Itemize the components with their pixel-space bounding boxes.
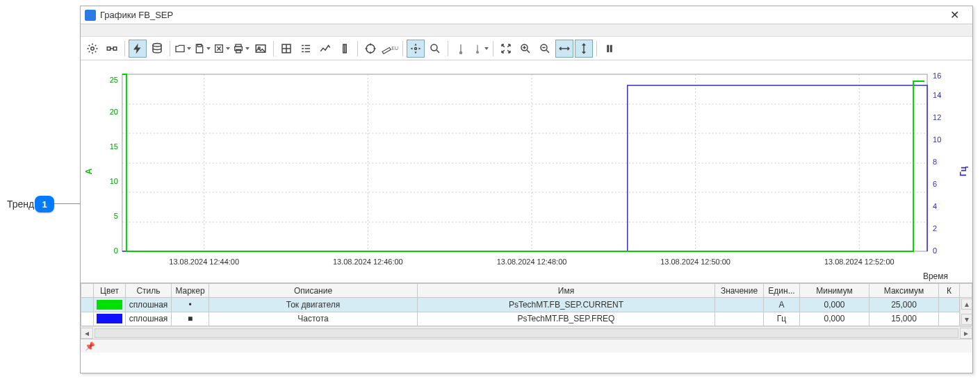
- col-value[interactable]: Значение: [715, 284, 764, 298]
- save-button[interactable]: [193, 40, 211, 58]
- toolbar: EU: [81, 37, 972, 60]
- ruler-button[interactable]: EU: [381, 40, 399, 58]
- cell-max[interactable]: 15,000: [869, 312, 939, 326]
- svg-text:12: 12: [933, 113, 941, 121]
- svg-text:16: 16: [933, 71, 941, 80]
- svg-text:2: 2: [933, 224, 937, 233]
- toolbar-separator: [493, 41, 493, 56]
- legend-button[interactable]: [297, 40, 315, 58]
- svg-text:8: 8: [933, 158, 937, 166]
- pin-icon[interactable]: 📌: [85, 342, 95, 351]
- crosshair-button[interactable]: [361, 40, 379, 58]
- col-max[interactable]: Максимум: [869, 284, 939, 298]
- open-button[interactable]: [174, 40, 192, 58]
- pause-button[interactable]: [601, 40, 619, 58]
- cell-name[interactable]: PsTechMT.FB_SEP.CURRENT: [418, 298, 715, 312]
- zoom-x-button[interactable]: [555, 40, 573, 58]
- connection-button[interactable]: [103, 40, 121, 58]
- table-row[interactable]: сплошная • Ток двигателя PsTechMT.FB_SEP…: [81, 298, 972, 312]
- svg-rect-2: [113, 47, 117, 50]
- svg-text:5: 5: [114, 212, 118, 220]
- svg-rect-22: [610, 44, 612, 52]
- vscroll-spacer: [960, 284, 972, 298]
- series-current: [122, 74, 924, 251]
- pen-table: Цвет Стиль Маркер Описание Имя Значение …: [81, 283, 972, 339]
- svg-rect-21: [607, 44, 609, 52]
- settings-button[interactable]: [83, 40, 101, 58]
- cell-marker[interactable]: •: [172, 298, 209, 312]
- svg-point-0: [91, 47, 95, 50]
- cell-desc[interactable]: Частота: [209, 312, 418, 326]
- cell-style[interactable]: сплошная: [126, 312, 172, 326]
- cell-style[interactable]: сплошная: [126, 298, 172, 312]
- export-excel-button[interactable]: [213, 40, 231, 58]
- zoom-in-button[interactable]: [516, 40, 534, 58]
- fit-all-button[interactable]: [497, 40, 515, 58]
- trend-window: Графики FB_SEP ✕ EU: [80, 6, 973, 373]
- cell-color[interactable]: [94, 298, 126, 312]
- cell-desc[interactable]: Ток двигателя: [209, 298, 418, 312]
- cell-color[interactable]: [94, 312, 126, 326]
- col-color[interactable]: Цвет: [94, 284, 126, 298]
- svg-point-16: [431, 44, 437, 51]
- chart-svg: 0 5 10 15 20 25 0 2 4 6 8 10 12 14 16: [81, 60, 972, 283]
- print-button[interactable]: [232, 40, 250, 58]
- row-handle[interactable]: [81, 298, 94, 312]
- scroll-left-button[interactable]: ◂: [81, 328, 93, 339]
- scroll-right-button[interactable]: ▸: [960, 328, 972, 339]
- cell-k[interactable]: [939, 298, 960, 312]
- table-row[interactable]: сплошная ■ Частота PsTechMT.FB_SEP.FREQ …: [81, 312, 972, 326]
- row-handle[interactable]: [81, 312, 94, 326]
- grid-button[interactable]: [277, 40, 295, 58]
- screenshot-button[interactable]: [252, 40, 270, 58]
- cell-name[interactable]: PsTechMT.FB_SEP.FREQ: [418, 312, 715, 326]
- scroll-track[interactable]: [95, 328, 958, 338]
- toolbar-separator: [402, 41, 403, 56]
- cursor-info-button[interactable]: [336, 40, 354, 58]
- col-name[interactable]: Имя: [418, 284, 715, 298]
- database-button[interactable]: [148, 40, 166, 58]
- cell-unit[interactable]: Гц: [764, 312, 800, 326]
- zoom-out-button[interactable]: [536, 40, 554, 58]
- svg-point-15: [415, 47, 417, 49]
- toolbar-separator: [124, 41, 125, 56]
- row-handle-header: [81, 284, 94, 298]
- marker-right-button[interactable]: [471, 40, 489, 58]
- col-k[interactable]: К: [939, 284, 960, 298]
- zoom-y-button[interactable]: [575, 40, 593, 58]
- cell-value[interactable]: [715, 298, 764, 312]
- cell-value[interactable]: [715, 312, 764, 326]
- col-min[interactable]: Минимум: [800, 284, 869, 298]
- col-desc[interactable]: Описание: [209, 284, 418, 298]
- col-style[interactable]: Стиль: [126, 284, 172, 298]
- svg-point-13: [366, 44, 375, 53]
- col-unit[interactable]: Един...: [764, 284, 800, 298]
- x-axis-label: Время: [923, 271, 948, 281]
- col-marker[interactable]: Маркер: [172, 284, 209, 298]
- cell-min[interactable]: 0,000: [800, 312, 869, 326]
- svg-text:20: 20: [110, 108, 118, 116]
- cell-unit[interactable]: А: [764, 298, 800, 312]
- scroll-up-button[interactable]: ▴: [961, 298, 972, 310]
- cell-k[interactable]: [939, 312, 960, 326]
- zoom-area-button[interactable]: [426, 40, 444, 58]
- svg-text:6: 6: [933, 180, 937, 188]
- live-button[interactable]: [129, 40, 147, 58]
- x-tick: 13.08.2024 12:44:00: [169, 258, 239, 266]
- scroll-down-button[interactable]: ▾: [961, 314, 972, 325]
- toolbar-separator: [448, 41, 448, 56]
- y-axis-right-label: Гц: [958, 167, 968, 176]
- marker-left-button[interactable]: [452, 40, 470, 58]
- svg-text:25: 25: [110, 76, 118, 84]
- cell-min[interactable]: 0,000: [800, 298, 869, 312]
- chart-area[interactable]: 0 5 10 15 20 25 0 2 4 6 8 10 12 14 16: [81, 60, 972, 283]
- x-tick: 13.08.2024 12:46:00: [333, 258, 403, 266]
- cell-marker[interactable]: ■: [172, 312, 209, 326]
- pan-button[interactable]: [407, 40, 425, 58]
- close-button[interactable]: ✕: [940, 8, 968, 22]
- svg-text:14: 14: [933, 91, 941, 99]
- cell-max[interactable]: 25,000: [869, 298, 939, 312]
- horizontal-scrollbar[interactable]: ◂ ▸: [81, 326, 972, 339]
- trend-type-button[interactable]: [316, 40, 334, 58]
- color-swatch: [97, 300, 122, 310]
